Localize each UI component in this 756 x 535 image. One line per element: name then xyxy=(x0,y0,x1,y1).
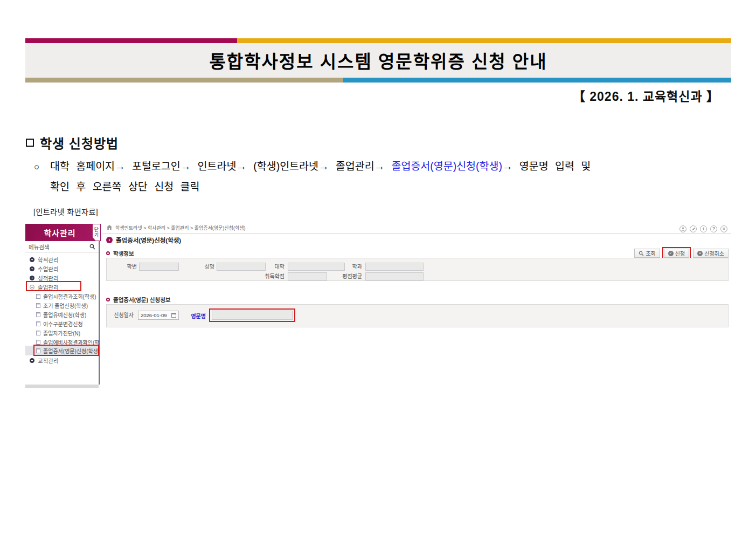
banner-bottom-bar xyxy=(25,78,731,83)
x-circle-icon xyxy=(697,251,703,256)
credits-field[interactable] xyxy=(288,272,327,280)
document-icon xyxy=(36,303,40,308)
screenshot-caption: [인트라넷 화면자료] xyxy=(33,206,98,217)
sidebar-subitem-grad-defer[interactable]: 졸업유예신청(학생) xyxy=(25,310,99,319)
sidebar-title: 학사관리 xyxy=(44,227,75,238)
date-department-line: 【 2026. 1. 교육혁신과 】 xyxy=(25,86,731,105)
breadcrumb: 학생인트라넷 > 학사관리 > 졸업관리 > 졸업증서(영문)신청(학생) xyxy=(115,224,245,231)
apply-button[interactable]: 신청 xyxy=(664,249,689,258)
apply-info-panel: 신청일자 2026-01-09 영문명 xyxy=(106,304,729,327)
english-name-label: 영문명 xyxy=(188,312,206,320)
home-icon xyxy=(107,225,112,230)
sidebar-subitem-label: 졸업시험결과조회(학생) xyxy=(43,292,96,300)
search-button[interactable]: 조회 xyxy=(634,249,660,258)
intranet-screenshot: 학사관리 닫기 메뉴검색 학적관리 수업관리 성적관리 xyxy=(25,222,731,394)
sidebar-item-sueop[interactable]: 수업관리 xyxy=(25,264,99,273)
notice-page: 통합학사정보 시스템 영문학위증 신청 안내 【 2026. 1. 교육혁신과 … xyxy=(0,0,756,535)
sidebar-subitem-self-check[interactable]: 졸업자가진단(N) xyxy=(25,328,99,338)
sidebar-item-label: 수업관리 xyxy=(38,265,59,273)
breadcrumb-bar: 학생인트라넷 > 학사관리 > 졸업관리 > 졸업증서(영문)신청(학생) xyxy=(102,222,731,234)
circle-bullet-icon xyxy=(34,157,50,177)
close-icon[interactable] xyxy=(720,225,727,232)
check-circle-icon xyxy=(668,251,674,256)
square-bullet-icon xyxy=(26,139,34,147)
sidebar-subitem-label: 이수구분변경신청 xyxy=(43,320,83,328)
document-icon xyxy=(36,331,40,335)
banner-top-bar-magenta xyxy=(25,38,237,43)
steps-text-suffix: → 영문명 입력 및 xyxy=(502,160,591,172)
student-info-heading-row: 학생정보 xyxy=(106,249,134,257)
sidebar-item-label: 교직관리 xyxy=(38,356,59,365)
title-banner: 통합학사정보 시스템 영문학위증 신청 안내 xyxy=(25,38,731,83)
info-icon[interactable] xyxy=(700,225,707,232)
edit-icon[interactable] xyxy=(690,225,697,232)
banner-bottom-bar-blue xyxy=(343,78,731,83)
sidebar-header: 학사관리 닫기 xyxy=(25,224,101,241)
search-icon xyxy=(89,244,95,250)
college-label: 대학 xyxy=(258,263,285,271)
help-icon[interactable] xyxy=(710,225,717,232)
student-id-field[interactable] xyxy=(139,263,179,271)
menu-bullet-icon xyxy=(30,257,34,262)
sidebar-subitem-course-change[interactable]: 이수구분변경신청 xyxy=(25,319,99,328)
department-field[interactable] xyxy=(365,263,424,271)
banner-top-bar-gold xyxy=(237,38,731,43)
sidebar-subitem-label: 졸업유예신청(학생) xyxy=(43,311,86,319)
menu-bullet-icon xyxy=(30,276,34,280)
department-label: 학과 xyxy=(335,263,362,271)
sidebar-subitem-exam-result[interactable]: 졸업시험결과조회(학생) xyxy=(25,292,99,301)
document-icon xyxy=(36,312,40,317)
guide-steps: 대학 홈페이지→ 포털로그인→ 인트라넷→ (학생)인트라넷→ 졸업관리→ 졸업… xyxy=(34,156,730,197)
student-id-label: 학번 xyxy=(110,263,137,271)
page-title-row: 졸업증서(영문)신청(학생) xyxy=(106,236,181,244)
gpa-label: 평점평균 xyxy=(328,272,362,280)
sidebar-bottom-strip xyxy=(25,385,99,388)
credits-label: 취득학점 xyxy=(250,272,285,280)
chevron-circle-icon xyxy=(106,237,113,243)
menu-search-label: 메뉴검색 xyxy=(29,243,50,251)
sidebar-close-tab[interactable]: 닫기 xyxy=(93,224,100,241)
steps-text-line2: 확인 후 오른쪽 상단 신청 클릭 xyxy=(50,181,199,193)
document-title: 통합학사정보 시스템 영문학위증 신청 안내 xyxy=(209,47,547,73)
user-icon[interactable] xyxy=(679,225,686,232)
cancel-apply-button[interactable]: 신청취소 xyxy=(693,249,729,258)
apply-date-value: 2026-01-09 xyxy=(141,312,167,318)
search-icon xyxy=(639,251,644,256)
menu-bullet-icon xyxy=(30,358,34,363)
menu-search-input[interactable]: 메뉴검색 xyxy=(25,241,99,252)
sidebar: 학사관리 닫기 메뉴검색 학적관리 수업관리 성적관리 xyxy=(25,224,101,389)
banner-top-bar xyxy=(25,38,731,43)
page-title: 졸업증서(영문)신청(학생) xyxy=(116,236,181,244)
document-icon xyxy=(36,321,40,326)
annotation-box-jolup-menu xyxy=(26,281,81,291)
apply-date-label: 신청일자 xyxy=(113,311,134,319)
window-icons xyxy=(679,225,727,232)
sidebar-item-hakjeok[interactable]: 학적관리 xyxy=(25,255,99,264)
gpa-field[interactable] xyxy=(365,272,424,280)
cancel-button-label: 신청취소 xyxy=(704,249,724,257)
student-info-heading: 학생정보 xyxy=(113,249,134,257)
menu-bullet-icon xyxy=(30,266,34,271)
calendar-icon[interactable] xyxy=(171,313,176,318)
annotation-box-eng-certificate-menu xyxy=(33,345,99,356)
menu-path-link[interactable]: 졸업증서(영문)신청(학생) xyxy=(392,160,502,172)
student-name-label: 성명 xyxy=(188,263,214,271)
student-info-panel: 학번 성명 대학 학과 취득학점 평점평균 xyxy=(106,258,729,281)
ring-bullet-icon xyxy=(106,298,110,301)
apply-button-label: 신청 xyxy=(675,249,685,257)
sidebar-item-gyojik[interactable]: 교직관리 xyxy=(25,356,99,365)
search-button-label: 조회 xyxy=(646,249,655,257)
ring-bullet-icon xyxy=(106,251,110,255)
banner-bottom-bar-tan xyxy=(25,78,343,83)
sidebar-scrollbar[interactable] xyxy=(99,241,100,385)
sidebar-subitem-label: 조기 졸업신청(학생) xyxy=(43,301,88,310)
section-heading: 학생 신청방법 xyxy=(26,133,119,152)
document-icon xyxy=(36,340,40,345)
steps-text-prefix: 대학 홈페이지→ 포털로그인→ 인트라넷→ (학생)인트라넷→ 졸업관리→ xyxy=(50,160,392,172)
section-heading-text: 학생 신청방법 xyxy=(40,133,119,152)
sidebar-subitem-early-grad[interactable]: 조기 졸업신청(학생) xyxy=(25,301,99,310)
sidebar-subitem-label: 졸업자가진단(N) xyxy=(43,329,80,337)
sidebar-item-label: 학적관리 xyxy=(38,256,59,264)
document-icon xyxy=(36,294,40,299)
apply-date-field[interactable]: 2026-01-09 xyxy=(138,311,179,320)
